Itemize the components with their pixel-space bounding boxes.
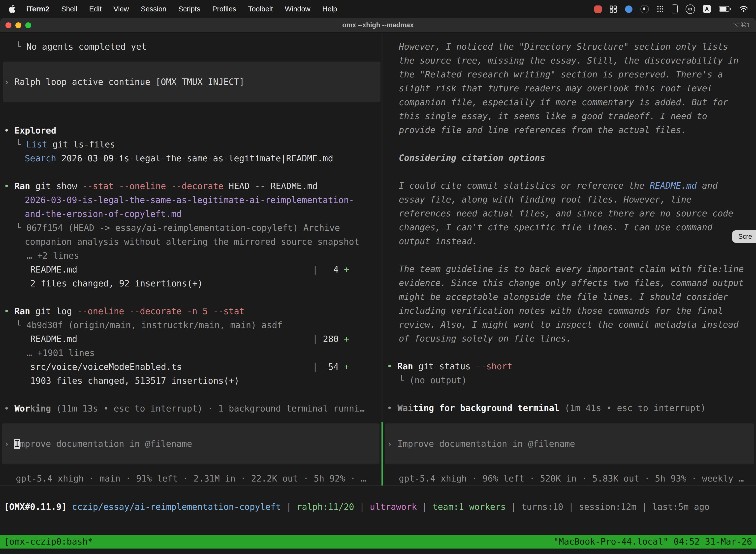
- terminal-text-segment: turns:10: [521, 502, 563, 512]
- menu-item-toolbelt[interactable]: Toolbelt: [242, 5, 279, 13]
- zoom-window-button[interactable]: [25, 22, 31, 28]
- terminal-text-segment: and: [697, 181, 717, 190]
- wifi-icon[interactable]: [739, 5, 748, 12]
- dark-app-icon[interactable]: [640, 5, 649, 13]
- tmux-status-bar: [omx-cczip0:bash* "MacBook-Pro-44.local"…: [0, 535, 756, 549]
- blue-app-icon[interactable]: [625, 5, 632, 13]
- right-pane[interactable]: However, I noticed the "Directory Struct…: [383, 33, 756, 486]
- terminal-text-segment: --stat --oneline --decorate: [82, 181, 224, 191]
- menu-item-scripts[interactable]: Scripts: [172, 5, 206, 13]
- right-prompt-input[interactable]: › Improve documentation in @filename: [385, 424, 754, 464]
- tmux-host-time: "MacBook-Pro-44.local" 04:52 31-Mar-26: [553, 535, 752, 549]
- terminal-text-segment: ultrawork: [370, 502, 417, 512]
- left-prompt-input[interactable]: › Improve documentation in @filename: [2, 424, 379, 464]
- terminal-text-segment: might be acceptable alongside the file l…: [399, 292, 728, 302]
- minimize-window-button[interactable]: [15, 22, 21, 28]
- terminal-text-segment: Ran: [14, 181, 30, 191]
- terminal-text-segment: (11m 13s • esc to interrupt) · 1 backgro…: [51, 403, 365, 413]
- menu-item-profiles[interactable]: Profiles: [206, 5, 242, 13]
- ralph-loop-banner: › Ralph loop active continue [OMX_TMUX_I…: [3, 62, 380, 102]
- terminal-text-segment: the source tree, missing the essay. Stil…: [399, 56, 739, 65]
- terminal-text-segment: Wor: [14, 403, 30, 413]
- terminal-line: evidence. Since this change only affects…: [387, 276, 756, 290]
- terminal-text-segment: └: [16, 223, 26, 233]
- terminal-text-segment: ›: [4, 439, 14, 449]
- terminal-text-segment: |: [636, 502, 652, 512]
- terminal-line: However, I noticed the "Directory Struct…: [387, 40, 756, 54]
- input-source-letter: A: [705, 6, 709, 12]
- menu-item-edit[interactable]: Edit: [83, 5, 107, 13]
- tmux-session-window[interactable]: [omx-cczip0:bash*: [4, 535, 93, 549]
- terminal-blank-line: [387, 248, 756, 262]
- terminal-text-segment: Wai: [397, 403, 413, 413]
- terminal-text-segment: Ran: [397, 362, 413, 371]
- dots-grid-icon[interactable]: [657, 5, 664, 12]
- terminal-line: README.md | 4 +: [4, 263, 381, 277]
- terminal-text-segment: last:5m ago: [652, 502, 710, 512]
- terminal-line: The team guideline is to back every impo…: [387, 262, 756, 276]
- menu-item-iterm2[interactable]: iTerm2: [20, 5, 55, 13]
- battery-percent-label: 61: [688, 7, 693, 11]
- terminal-text-segment: Ralph loop active continue [OMX_TMUX_INJ…: [14, 77, 244, 87]
- terminal-text-segment: (1m 41s • esc to interrupt): [559, 403, 706, 413]
- terminal-text-segment: └: [16, 42, 26, 52]
- terminal-text-segment: output instead.: [399, 236, 477, 246]
- terminal-text-segment: [OMX#0.11.9]: [4, 502, 67, 512]
- battery-percent-icon[interactable]: 61: [686, 4, 695, 14]
- screen-share-tooltip[interactable]: Scre: [732, 230, 756, 243]
- terminal-text-segment: 2 files changed, 92 insertions(+): [30, 278, 203, 288]
- terminal-line: README.md | 280 +: [4, 332, 381, 346]
- terminal-text-segment: team:1 workers: [433, 502, 506, 512]
- terminal-text-segment: I could cite commit statistics or refere…: [399, 181, 649, 190]
- terminal-text-segment: |: [354, 502, 370, 512]
- terminal-text-segment: +: [344, 362, 349, 372]
- terminal-text-segment: └: [399, 375, 409, 385]
- right-status-line: gpt-5.4 xhigh · 96% left · 520K in · 5.8…: [399, 472, 744, 486]
- battery-icon[interactable]: [719, 6, 731, 12]
- terminal[interactable]: └ No agents completed yet› Ralph loop ac…: [0, 33, 756, 554]
- terminal-text-segment: review. Also, I might want to inspect th…: [399, 320, 739, 330]
- terminal-blank-line: [387, 345, 756, 359]
- terminal-blank-line: [4, 165, 381, 179]
- menu-item-window[interactable]: Window: [279, 5, 316, 13]
- terminal-text-segment: |: [313, 265, 318, 275]
- terminal-line: changes, I can't cite specific file line…: [387, 220, 756, 234]
- terminal-text-segment: mprove documentation in @filename: [19, 439, 192, 449]
- terminal-text-segment: |: [506, 502, 521, 512]
- terminal-line: • Ran git status --short: [387, 359, 756, 373]
- menu-item-view[interactable]: View: [107, 5, 135, 13]
- terminal-text-segment: git status: [413, 362, 476, 371]
- terminal-blank-line: [387, 165, 756, 179]
- terminal-text-segment: |: [313, 334, 318, 344]
- menu-item-help[interactable]: Help: [316, 5, 343, 13]
- window-title-bar[interactable]: omx --xhigh --madmax ⌥⌘1: [0, 18, 756, 33]
- terminal-text-segment: •: [387, 403, 397, 413]
- terminal-text-segment: •: [4, 181, 14, 191]
- terminal-text-segment: … +2 lines: [27, 251, 79, 261]
- left-pane[interactable]: └ No agents completed yet› Ralph loop ac…: [0, 33, 381, 486]
- terminal-line: src/voice/voiceModeEnabled.ts | 54 +: [4, 360, 381, 374]
- terminal-line: • Ran git show --stat --oneline --decora…: [4, 179, 381, 193]
- terminal-text-segment: 2026-03-09-is-legal-the-same-as-legitima…: [25, 195, 354, 205]
- terminal-line: … +2 lines: [4, 249, 381, 263]
- terminal-text-segment: 2026-03-09-is-legal-the-same-as-legitima…: [56, 153, 333, 163]
- terminal-text-segment: companion file, especially if more comme…: [399, 97, 728, 107]
- close-window-button[interactable]: [5, 22, 11, 28]
- terminal-text-segment: •: [4, 126, 14, 135]
- menu-item-shell[interactable]: Shell: [55, 5, 83, 13]
- terminal-text-segment: Ran: [14, 306, 30, 316]
- terminal-text-segment: src/voice/voiceModeEnabled.ts: [30, 362, 313, 372]
- terminal-text-segment: |: [563, 502, 579, 512]
- terminal-line: review. Also, I might want to inspect th…: [387, 318, 756, 332]
- input-source-icon[interactable]: A: [703, 5, 711, 13]
- menu-item-session[interactable]: Session: [135, 5, 172, 13]
- phone-icon[interactable]: [672, 4, 678, 13]
- terminal-text-segment: 1903 files changed, 513517 insertions(+): [30, 376, 239, 386]
- apple-menu[interactable]: [6, 5, 20, 13]
- terminal-text-segment: references need actual files, and since …: [399, 209, 734, 218]
- omx-status-line: [OMX#0.11.9] cczip/essay/ai-reimplementa…: [0, 500, 756, 514]
- window-shortcut-hint: ⌥⌘1: [733, 21, 750, 29]
- screen-recording-indicator-icon[interactable]: [594, 5, 602, 13]
- terminal-line: Considering citation options: [387, 151, 756, 165]
- window-grid-icon[interactable]: [610, 5, 617, 13]
